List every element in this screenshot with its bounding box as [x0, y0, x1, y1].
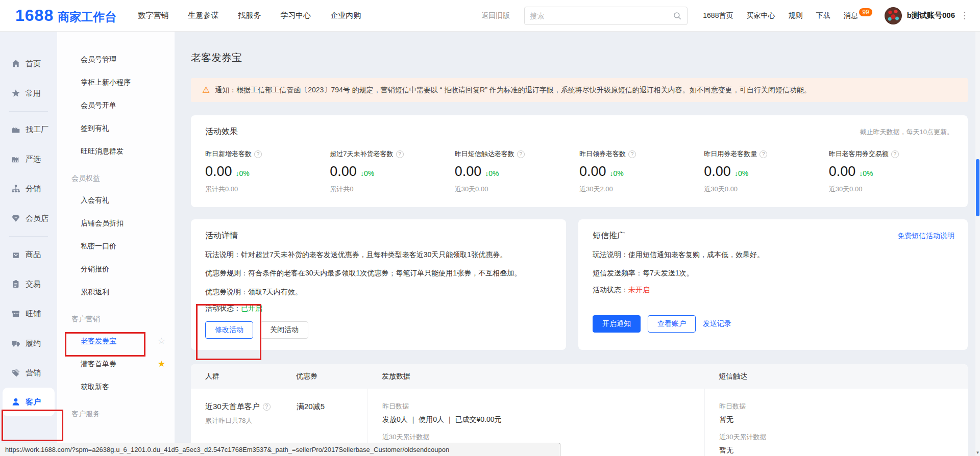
link-rules[interactable]: 规则 [788, 11, 802, 20]
free-sms-help-link[interactable]: 免费短信活动说明 [897, 232, 954, 241]
page-title: 老客发券宝 [191, 51, 968, 65]
submenu-item-member-discount[interactable]: 店铺会员折扣 [57, 212, 175, 235]
trend-down-indicator: ↓0% [360, 169, 374, 178]
stat-label: 昨日用券老客数量 [704, 149, 757, 159]
nav-find-services[interactable]: 找服务 [238, 11, 261, 20]
modify-activity-button[interactable]: 修改活动 [205, 321, 253, 339]
submenu-label: 店铺会员折扣 [81, 219, 124, 228]
submenu-item-old-customer-coupon[interactable]: 老客发券宝 ☆ [57, 330, 175, 352]
submenu-item-distribution-quote[interactable]: 分销报价 [57, 258, 175, 281]
submenu-item-checkin-gift[interactable]: 签到有礼 [57, 117, 175, 140]
activity-status-line: 活动状态：已开启 [205, 304, 552, 313]
sidebar-item-trade[interactable]: 交易 [0, 269, 57, 299]
username[interactable]: b测试账号006 [907, 11, 955, 20]
sidebar-item-find-factory[interactable]: 找工厂 [0, 115, 57, 144]
issue-yesterday-value: 发放0人 ｜ 使用0人 ｜ 已成交¥0.00元 [382, 415, 704, 424]
enable-notification-button[interactable]: 开启通知 [593, 315, 641, 333]
close-activity-button[interactable]: 关闭活动 [260, 321, 308, 339]
sidebar-item-member-store[interactable]: 会员店 [0, 204, 57, 233]
sidebar-item-products[interactable]: 商品 [0, 240, 57, 269]
stat-sub: 近30天0.00 [829, 185, 953, 194]
stat-value: 0.00 [829, 164, 856, 180]
search-input[interactable] [530, 12, 673, 20]
link-1688-home[interactable]: 1688首页 [703, 11, 733, 20]
search-icon[interactable] [673, 11, 682, 20]
help-icon[interactable]: ? [628, 150, 636, 158]
nav-enterprise-purchase[interactable]: 企业内购 [330, 11, 361, 20]
nav-business-advisor[interactable]: 生意参谋 [188, 11, 218, 20]
sidebar-item-marketing[interactable]: 营销 [0, 358, 57, 388]
submenu-label: 会员号管理 [81, 55, 116, 64]
send-records-link[interactable]: 发送记录 [703, 319, 731, 328]
col-header-issue-data: 发放数据 [368, 372, 704, 381]
sidebar-label: 严选 [26, 155, 41, 164]
logo-1688[interactable]: 1688 商家工作台 [15, 6, 116, 25]
notice-text: 通知：根据工信部工信管函〔2023〕794号 的规定，营销短信中需要以 “ 拒收… [215, 86, 811, 95]
submenu-item-shopkeeper-miniapp[interactable]: 掌柜上新小程序 [57, 71, 175, 94]
stat-card-coupon-gmv: 昨日老客用券交易额? 0.00↓0% 近30天0.00 [829, 149, 953, 194]
trend-down-indicator: ↓0% [859, 169, 873, 178]
favorite-star-filled-icon[interactable]: ★ [158, 359, 165, 369]
effects-title: 活动效果 [205, 126, 953, 137]
sidebar-item-fulfillment[interactable]: 履约 [0, 328, 57, 358]
sidebar-item-favorites[interactable]: 常用 [0, 79, 57, 108]
stat-card-coupon-used: 昨日用券老客数量? 0.00↓0% 近30天0.00 [704, 149, 828, 194]
sidebar-item-strict-selection[interactable]: 严选 [0, 144, 57, 174]
sidebar-item-distribution[interactable]: 分销 [0, 174, 57, 204]
search-box[interactable] [524, 7, 688, 25]
sidebar-item-shop[interactable]: 旺铺 [0, 299, 57, 328]
tags-icon [11, 368, 20, 377]
col-header-sms-reach: 短信触达 [704, 372, 968, 381]
building-icon [11, 155, 20, 164]
activity-rule-line: 玩法说明：针对超过7天未补货的老客发送优惠券，且每种类型老客近30天只能领取1张… [205, 249, 552, 260]
warning-icon: ⚠ [202, 86, 210, 94]
sidebar-item-home[interactable]: 首页 [0, 49, 57, 79]
scrollbar-thumb[interactable] [976, 159, 979, 216]
main-content: 老客发券宝 ⚠ 通知：根据工信部工信管函〔2023〕794号 的规定，营销短信中… [175, 32, 980, 456]
stat-label: 昨日新增老客数 [205, 149, 252, 159]
topbar-links: 1688首页 买家中心 规则 下载 消息 99 [703, 11, 872, 20]
link-buyer-center[interactable]: 买家中心 [746, 11, 775, 20]
stat-card-no-restock-7d: 超过7天未补货老客数? 0.00↓0% 累计共0 [330, 149, 454, 194]
scrollbar-down-arrow[interactable]: ▼ [975, 450, 980, 455]
issue-30d-label: 近30天累计数据 [382, 433, 704, 442]
help-icon[interactable]: ? [263, 403, 271, 411]
sms-yesterday-label: 昨日数据 [719, 402, 968, 411]
submenu-item-wangwang-broadcast[interactable]: 旺旺消息群发 [57, 140, 175, 163]
help-icon[interactable]: ? [891, 150, 899, 158]
sms-promotion-card: 短信推广 免费短信活动说明 玩法说明：使用短信通知老客复购，成本低，效果好。 短… [578, 219, 968, 350]
submenu-item-new-customer-first-coupon[interactable]: 潜客首单券 ★ [57, 352, 175, 375]
help-icon[interactable]: ? [254, 150, 262, 158]
user-avatar[interactable] [885, 7, 902, 24]
submenu-item-member-billing[interactable]: 会员号开单 [57, 94, 175, 117]
submenu-item-private-price[interactable]: 私密一口价 [57, 235, 175, 258]
icon-sidebar: 首页 常用 找工厂 严选 分销 会员店 商品 交易 [0, 32, 57, 456]
submenu-item-member-id-mgmt[interactable]: 会员号管理 [57, 48, 175, 71]
sidebar-label: 分销 [26, 184, 41, 194]
help-icon[interactable]: ? [396, 150, 404, 158]
truck-icon [11, 339, 20, 348]
trend-down-indicator: ↓0% [485, 169, 499, 178]
nav-digital-marketing[interactable]: 数字营销 [138, 11, 168, 20]
stats-grid: 昨日新增老客数? 0.00↓0% 累计共0.00 超过7天未补货老客数? 0.0… [205, 149, 953, 194]
submenu-label: 累积返利 [81, 288, 109, 297]
sms-status-line: 活动状态：未开启 [593, 286, 953, 295]
help-icon[interactable]: ? [517, 150, 525, 158]
crowd-subtotal: 累计昨日共78人 [205, 416, 282, 425]
back-to-old-link[interactable]: 返回旧版 [481, 11, 510, 20]
scrollbar-track[interactable]: ▼ [975, 32, 980, 456]
link-messages[interactable]: 消息 99 [843, 11, 872, 20]
more-menu-icon[interactable]: ⋮ [960, 10, 969, 21]
link-download[interactable]: 下载 [816, 11, 830, 20]
view-account-button[interactable]: 查看账户 [648, 315, 696, 333]
submenu-item-cumulative-rebate[interactable]: 累积返利 [57, 281, 175, 303]
sidebar-item-customers[interactable]: 客户 [3, 388, 55, 416]
trend-down-indicator: ↓0% [610, 169, 624, 178]
submenu-item-join-gift[interactable]: 入会有礼 [57, 189, 175, 212]
help-icon[interactable]: ? [760, 150, 767, 158]
favorite-star-icon[interactable]: ☆ [158, 336, 165, 346]
submenu-item-acquire-new-customers[interactable]: 获取新客 [57, 375, 175, 398]
submenu-header-customer-service: 客户服务 [57, 404, 175, 424]
nav-learning-center[interactable]: 学习中心 [280, 11, 311, 20]
sidebar-label: 营销 [26, 368, 41, 378]
